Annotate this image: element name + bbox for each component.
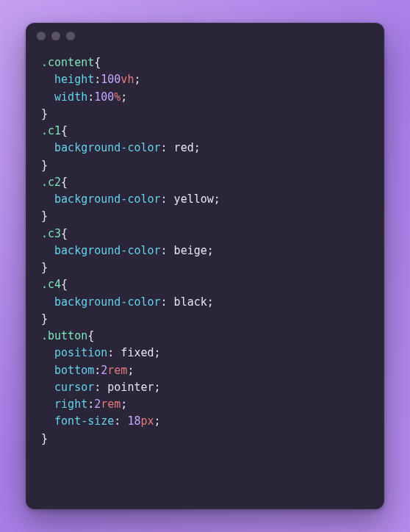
- css-unit: %: [114, 90, 121, 104]
- brace-open: {: [61, 227, 68, 240]
- css-unit: rem: [101, 398, 121, 411]
- brace-close: }: [41, 159, 48, 172]
- code-line: position: fixed;: [41, 345, 369, 362]
- code-line: }: [41, 157, 369, 174]
- css-property: background-color: [54, 141, 161, 154]
- css-value: red: [174, 141, 194, 154]
- semicolon: ;: [127, 364, 134, 377]
- css-selector: .c3: [41, 227, 61, 240]
- css-value: 100: [101, 73, 121, 86]
- code-line: .c3{: [41, 226, 369, 242]
- colon: :: [94, 381, 107, 394]
- css-value: pointer: [107, 381, 154, 394]
- brace-close: }: [41, 107, 48, 121]
- css-value: 2: [94, 398, 101, 411]
- css-property: width: [54, 90, 87, 104]
- css-value: black: [174, 295, 207, 309]
- code-window: .content{height:100vh;width:100%;}.c1{ba…: [26, 23, 384, 509]
- css-property: cursor: [54, 381, 94, 394]
- css-selector: .c2: [41, 176, 61, 189]
- code-line: font-size: 18px;: [41, 413, 369, 430]
- css-property: bottom: [54, 364, 94, 377]
- css-value: beige: [174, 244, 207, 257]
- semicolon: ;: [214, 193, 220, 206]
- css-value: fixed: [121, 346, 154, 359]
- colon: :: [161, 244, 174, 257]
- css-value: 2: [101, 364, 107, 377]
- colon: :: [94, 73, 101, 86]
- brace-open: {: [61, 278, 68, 291]
- css-selector: .c4: [41, 278, 61, 291]
- colon: :: [161, 193, 174, 206]
- css-selector: .content: [41, 56, 94, 69]
- css-property: right: [54, 398, 87, 411]
- brace-open: {: [87, 329, 94, 342]
- code-line: }: [41, 208, 369, 225]
- css-property: background-color: [54, 193, 161, 206]
- brace-close: }: [41, 312, 48, 326]
- colon: :: [107, 346, 121, 359]
- code-line: cursor: pointer;: [41, 379, 369, 396]
- semicolon: ;: [207, 244, 214, 257]
- colon: :: [114, 414, 127, 428]
- window-titlebar: [26, 24, 384, 48]
- code-line: .c1{: [41, 123, 369, 140]
- colon: :: [161, 141, 174, 154]
- css-property: height: [54, 73, 94, 86]
- brace-close: }: [41, 209, 48, 223]
- css-unit: rem: [107, 364, 127, 377]
- code-line: }: [41, 311, 369, 328]
- code-line: right:2rem;: [41, 396, 369, 413]
- semicolon: ;: [134, 73, 140, 86]
- colon: :: [94, 364, 101, 377]
- colon: :: [87, 90, 94, 104]
- semicolon: ;: [154, 381, 161, 394]
- semicolon: ;: [194, 141, 201, 154]
- traffic-light-close-icon: [37, 32, 46, 40]
- code-block: .content{height:100vh;width:100%;}.c1{ba…: [26, 48, 384, 462]
- css-property: background-color: [54, 295, 161, 309]
- code-line: }: [41, 106, 369, 123]
- semicolon: ;: [121, 90, 127, 104]
- brace-open: {: [61, 124, 68, 137]
- semicolon: ;: [121, 398, 127, 411]
- code-line: width:100%;: [41, 89, 369, 106]
- code-line: }: [41, 431, 369, 447]
- css-value: yellow: [174, 193, 214, 206]
- code-line: .c2{: [41, 174, 369, 191]
- css-property: background-color: [54, 244, 161, 257]
- brace-open: {: [61, 176, 68, 189]
- traffic-light-minimize-icon: [51, 32, 60, 40]
- code-line: background-color: yellow;: [41, 191, 369, 208]
- semicolon: ;: [154, 346, 161, 359]
- code-line: .c4{: [41, 276, 369, 293]
- traffic-light-zoom-icon: [66, 32, 75, 40]
- code-line: .content{: [41, 54, 369, 71]
- code-line: background-color: red;: [41, 140, 369, 157]
- css-unit: px: [140, 414, 154, 428]
- code-line: bottom:2rem;: [41, 362, 369, 379]
- code-line: height:100vh;: [41, 71, 369, 88]
- colon: :: [161, 295, 174, 309]
- css-unit: vh: [121, 73, 134, 86]
- semicolon: ;: [207, 295, 214, 309]
- css-selector: .button: [41, 329, 87, 342]
- colon: :: [87, 398, 94, 411]
- css-property: position: [54, 346, 107, 359]
- css-value: 18: [127, 414, 140, 428]
- css-value: 100: [94, 90, 114, 104]
- semicolon: ;: [154, 414, 161, 428]
- css-selector: .c1: [41, 124, 61, 137]
- code-line: }: [41, 259, 369, 276]
- brace-close: }: [41, 432, 48, 445]
- brace-close: }: [41, 261, 48, 274]
- code-line: .button{: [41, 328, 369, 345]
- css-property: font-size: [54, 414, 114, 428]
- brace-open: {: [94, 56, 101, 69]
- code-line: background-color: beige;: [41, 242, 369, 259]
- code-line: background-color: black;: [41, 294, 369, 311]
